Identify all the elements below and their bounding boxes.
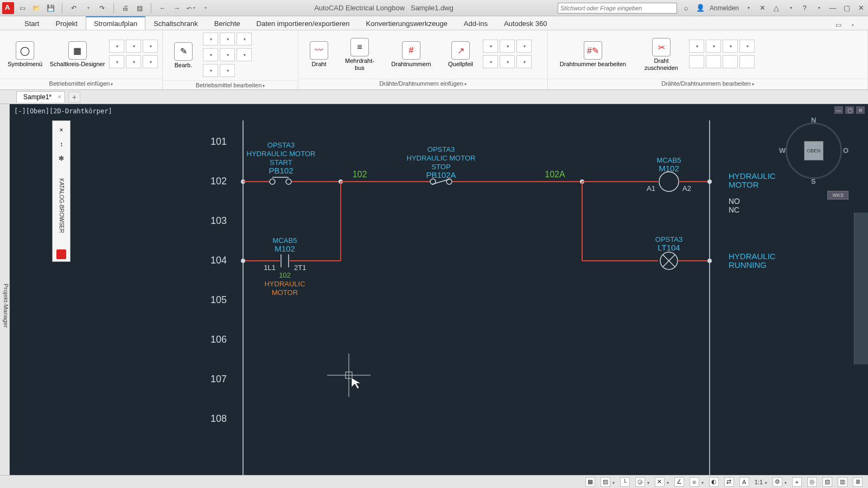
wirenumbers-button[interactable]: #Drahtnummern xyxy=(384,34,438,75)
ins-btn-6[interactable] xyxy=(143,55,158,68)
ew-s7[interactable] xyxy=(723,55,738,68)
edit-s1[interactable] xyxy=(203,33,218,46)
ew-s2[interactable] xyxy=(706,40,721,53)
circuit-designer-button[interactable]: ▦ Schaltkreis-Designer xyxy=(49,34,106,75)
edit-wirenumber-button[interactable]: #✎Drahtnummer bearbeiten xyxy=(552,34,634,75)
prev-icon[interactable]: ← xyxy=(158,3,168,13)
osnap-icon[interactable]: ✕ xyxy=(655,477,665,487)
ew-s8[interactable] xyxy=(739,55,755,68)
qat-more[interactable] xyxy=(200,3,210,13)
ins-btn-2[interactable] xyxy=(126,40,141,53)
panel-edit-title[interactable]: Betriebsmittel bearbeiten xyxy=(163,80,298,89)
panel-editwires-title[interactable]: Drähte/Drahtnummern bearbeiten xyxy=(548,79,867,89)
transparency-icon[interactable]: ◐ xyxy=(709,477,719,487)
annotation-icon[interactable]: A xyxy=(739,477,749,487)
minimize-icon[interactable]: — xyxy=(828,3,838,13)
otrack-icon[interactable]: ∠ xyxy=(674,477,684,487)
tab-berichte[interactable]: Berichte xyxy=(206,17,248,30)
osnap-dropdown[interactable] xyxy=(666,479,669,485)
edit-s8[interactable] xyxy=(220,64,235,77)
ins-btn-5[interactable] xyxy=(126,55,141,68)
new-icon[interactable]: ▭ xyxy=(17,3,27,13)
help-search-input[interactable] xyxy=(558,3,677,14)
project-manager-tab[interactable]: Projekt-Manager xyxy=(0,104,10,475)
customize-icon[interactable]: ≣ xyxy=(853,477,863,487)
maximize-icon[interactable]: ▢ xyxy=(842,3,852,13)
help-dropdown[interactable] xyxy=(814,3,824,13)
symbolmenu-button[interactable]: ◯ Symbolmenü xyxy=(4,34,46,75)
new-doc-tab[interactable]: + xyxy=(68,92,80,102)
source-arrow-button[interactable]: ↗Quellpfeil xyxy=(442,34,480,75)
doc-tab-sample1[interactable]: Sample1* × xyxy=(16,91,65,102)
grid-icon[interactable]: ▦ xyxy=(585,477,595,487)
tab-schaltschrank[interactable]: Schaltschrank xyxy=(145,17,206,30)
close-icon[interactable]: ✕ xyxy=(856,3,866,13)
ew-s5[interactable] xyxy=(689,55,704,68)
edit-s3[interactable] xyxy=(237,33,252,46)
schematic-svg[interactable]: 101 102 103 104 105 106 107 108 OPSTA3 H… xyxy=(10,104,868,475)
snap-icon[interactable]: ▨ xyxy=(601,477,610,487)
tab-projekt[interactable]: Projekt xyxy=(47,17,85,30)
ins-btn-4[interactable] xyxy=(109,55,124,68)
polar-icon[interactable]: ◶ xyxy=(635,477,645,487)
a360-dropdown[interactable] xyxy=(786,3,795,13)
wire-s4[interactable] xyxy=(483,55,498,68)
panel-insert-title[interactable]: Betriebsmittel einfügen xyxy=(0,79,162,89)
plus-icon[interactable]: + xyxy=(792,477,802,487)
app-icon[interactable] xyxy=(2,2,14,14)
ew-s4[interactable] xyxy=(739,40,755,53)
tab-stromlaufplan[interactable]: Stromlaufplan xyxy=(86,16,145,30)
drawing-canvas[interactable]: [-][Oben][2D-Drahtkörper] — ▢ ✕ × ↕ ✻ KA… xyxy=(10,104,868,475)
polar-dropdown[interactable] xyxy=(646,479,649,485)
print-icon[interactable]: 🖨 xyxy=(120,3,130,13)
gear-dropdown[interactable] xyxy=(783,479,787,485)
redo-icon[interactable]: ↷ xyxy=(97,3,107,13)
a360-icon[interactable]: △ xyxy=(771,3,781,13)
next-icon[interactable]: → xyxy=(172,3,182,13)
panel-vis-dropdown[interactable] xyxy=(847,20,857,30)
ortho-icon[interactable]: └ xyxy=(620,477,630,487)
tab-daten[interactable]: Daten importieren/exportieren xyxy=(248,17,358,30)
snap-dropdown[interactable] xyxy=(611,479,615,485)
ew-s6[interactable] xyxy=(706,55,721,68)
edit-s4[interactable] xyxy=(203,48,218,61)
undo-dropdown[interactable] xyxy=(83,3,93,13)
wire-s1[interactable] xyxy=(483,40,498,53)
wire-button[interactable]: 〰Draht xyxy=(303,34,335,75)
open-icon[interactable]: 📂 xyxy=(31,3,41,13)
save-icon[interactable]: 💾 xyxy=(46,3,55,13)
trim-wire-button[interactable]: ✂Draht zuschneiden xyxy=(637,34,686,75)
doc-tab-close-icon[interactable]: × xyxy=(58,93,61,100)
wire-s6[interactable] xyxy=(516,55,532,68)
edit-s5[interactable] xyxy=(220,48,235,61)
isolate-icon[interactable]: ◎ xyxy=(807,477,817,487)
tab-autodesk360[interactable]: Autodesk 360 xyxy=(496,17,556,30)
project-nav-icon[interactable]: ⤺ xyxy=(186,3,196,13)
signin-dropdown[interactable] xyxy=(743,3,753,13)
panel-wires-title[interactable]: Drähte/Drahtnummern einfügen xyxy=(298,79,547,89)
undo-icon[interactable]: ↶ xyxy=(69,3,79,13)
gear-icon[interactable]: ⚙ xyxy=(773,477,782,487)
scale-display[interactable]: 1:1 xyxy=(755,479,767,485)
exchange-icon[interactable]: ✕ xyxy=(757,3,767,13)
lineweight-dropdown[interactable] xyxy=(700,479,704,485)
hardware-icon[interactable]: ▧ xyxy=(822,477,832,487)
ew-s1[interactable] xyxy=(689,40,704,53)
wire-s5[interactable] xyxy=(500,55,515,68)
signin-link[interactable]: Anmelden xyxy=(710,4,739,12)
edit-s7[interactable] xyxy=(203,64,218,77)
batch-icon[interactable]: ▤ xyxy=(135,3,144,13)
tab-start[interactable]: Start xyxy=(16,17,47,30)
user-icon[interactable]: 👤 xyxy=(695,3,705,13)
help-icon[interactable]: ? xyxy=(800,3,809,13)
infocenter-icon[interactable]: ⌕ xyxy=(681,3,691,13)
edit-s2[interactable] xyxy=(220,33,235,46)
ins-btn-3[interactable] xyxy=(143,40,158,53)
edit-button[interactable]: ✎ Bearb. xyxy=(167,35,200,76)
wire-s2[interactable] xyxy=(500,40,515,53)
ew-s3[interactable] xyxy=(723,40,738,53)
tab-konvertierung[interactable]: Konvertierungswerkzeuge xyxy=(358,17,456,30)
selection-cycling-icon[interactable]: ⇄ xyxy=(724,477,734,487)
ins-btn-1[interactable] xyxy=(109,40,124,53)
wire-s3[interactable] xyxy=(516,40,532,53)
